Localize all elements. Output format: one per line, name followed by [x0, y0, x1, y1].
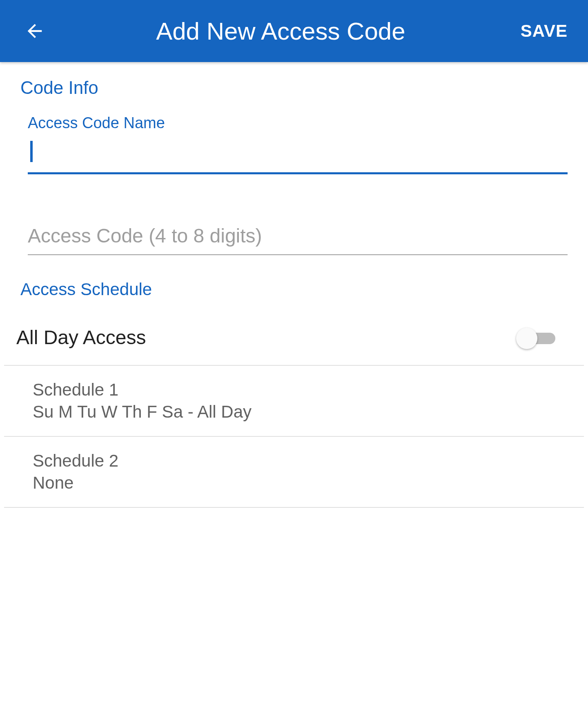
all-day-access-label: All Day Access — [16, 326, 146, 349]
app-bar: Add New Access Code SAVE — [0, 0, 588, 62]
page-title: Add New Access Code — [41, 17, 521, 45]
schedule-1-row[interactable]: Schedule 1 Su M Tu W Th F Sa - All Day — [4, 366, 584, 437]
section-header-access-schedule: Access Schedule — [20, 280, 568, 299]
schedule-title: Schedule 1 — [33, 380, 572, 400]
text-caret — [30, 141, 33, 162]
access-code-name-wrap — [20, 135, 568, 174]
content: Code Info Access Code Name Access Schedu… — [0, 62, 588, 508]
switch-thumb — [516, 328, 537, 349]
access-code-input[interactable] — [28, 217, 568, 255]
section-header-code-info: Code Info — [20, 78, 568, 98]
schedule-detail: None — [33, 473, 572, 493]
access-code-name-label: Access Code Name — [28, 114, 568, 132]
save-button[interactable]: SAVE — [521, 17, 568, 45]
schedule-2-row[interactable]: Schedule 2 None — [4, 437, 584, 508]
schedule-title: Schedule 2 — [33, 451, 572, 471]
schedule-detail: Su M Tu W Th F Sa - All Day — [33, 402, 572, 422]
all-day-access-toggle[interactable] — [518, 329, 555, 346]
all-day-access-row: All Day Access — [4, 319, 584, 366]
access-code-name-input[interactable] — [28, 135, 568, 174]
